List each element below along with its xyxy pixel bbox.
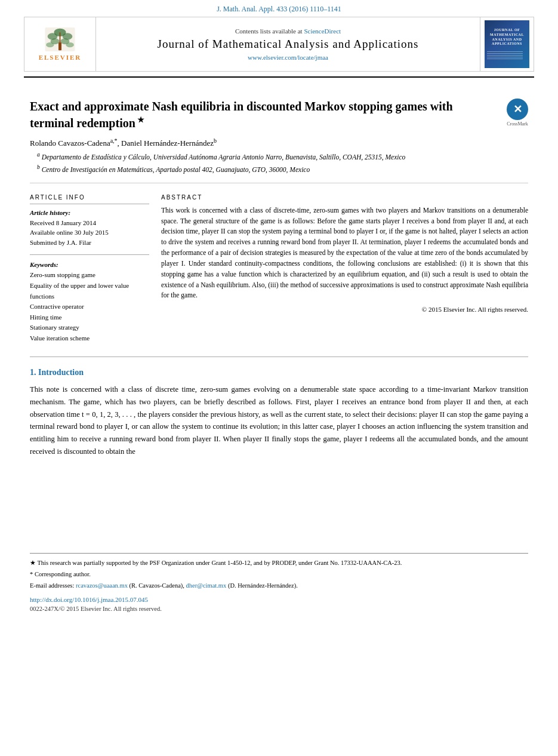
sciencedirect-link[interactable]: ScienceDirect: [304, 27, 341, 35]
email2-link[interactable]: dher@cimat.mx: [186, 582, 227, 589]
svg-rect-8: [58, 42, 61, 50]
keyword-5: Stationary strategy: [30, 322, 149, 333]
keywords-title: Keywords:: [30, 261, 149, 268]
article-title: Exact and approximate Nash equilibria in…: [30, 99, 507, 131]
doi-link[interactable]: http://dx.doi.org/10.1016/j.jmaa.2015.07…: [30, 596, 148, 603]
footnote-area: ★ This research was partially supported …: [30, 553, 528, 612]
two-col-layout: ARTICLE INFO Article history: Received 8…: [30, 194, 528, 344]
doi-line: http://dx.doi.org/10.1016/j.jmaa.2015.07…: [30, 595, 528, 604]
article-body: Exact and approximate Nash equilibria in…: [0, 78, 558, 612]
history-title: Article history:: [30, 209, 149, 216]
footnote-star: ★ This research was partially supported …: [30, 558, 528, 568]
journal-cover-lines: [487, 50, 527, 60]
title-star: ★: [135, 115, 144, 124]
article-info-title: ARTICLE INFO: [30, 194, 149, 201]
header-right: JOURNAL OFMATHEMATICALANALYSIS ANDAPPLIC…: [480, 17, 534, 71]
article-info-col: ARTICLE INFO Article history: Received 8…: [30, 194, 149, 344]
keyword-3: Contractive operator: [30, 302, 149, 312]
author2-sup: b: [214, 137, 217, 144]
authors-line: Rolando Cavazos-Cadenaa,*, Daniel Hernán…: [30, 137, 528, 148]
affiliation-a: a Departamento de Estadística y Cálculo,…: [30, 150, 528, 162]
journal-ref-bar: J. Math. Anal. Appl. 433 (2016) 1110–114…: [0, 0, 558, 17]
crossmark-icon[interactable]: ✕ CrossMark: [507, 99, 528, 127]
available-date: Available online 30 July 2015: [30, 228, 149, 238]
journal-cover: JOURNAL OFMATHEMATICALANALYSIS ANDAPPLIC…: [485, 20, 529, 68]
section1-text: This note is concerned with a class of d…: [30, 383, 528, 457]
abstract-text: This work is concerned with a class of d…: [161, 205, 528, 301]
keyword-1: Zero-sum stopping game: [30, 270, 149, 281]
header-left: ELSEVIER: [24, 17, 96, 71]
crossmark-label: CrossMark: [507, 121, 528, 127]
submitted-by: Submitted by J.A. Filar: [30, 238, 149, 248]
affiliation-b: b Centro de Investigación en Matemáticas…: [30, 163, 528, 174]
author2-name: Daniel Hernández-Hernández: [121, 139, 214, 147]
page: J. Math. Anal. Appl. 433 (2016) 1110–114…: [0, 0, 558, 756]
svg-point-7: [66, 42, 73, 47]
journal-ref-text: J. Math. Anal. Appl. 433 (2016) 1110–114…: [217, 5, 341, 13]
section-divider-1: [30, 183, 528, 183]
elsevier-logo: ELSEVIER: [39, 27, 82, 61]
svg-point-6: [46, 42, 54, 47]
article-info-divider: [30, 204, 149, 204]
intro-divider: [30, 357, 528, 357]
footnote-emails: E-mail addresses: rcavazos@uaaan.mx (R. …: [30, 581, 528, 591]
journal-url[interactable]: www.elsevier.com/locate/jmaa: [248, 54, 328, 61]
section1-heading: 1. Introduction: [30, 368, 528, 377]
author1-name: Rolando Cavazos-Cadena: [30, 139, 110, 147]
footnote-corresponding: * Corresponding author.: [30, 570, 528, 579]
keywords-divider: [30, 254, 149, 255]
contents-line: Contents lists available at ScienceDirec…: [235, 27, 341, 35]
elsevier-text: ELSEVIER: [39, 54, 82, 61]
abstract-col: ABSTRACT This work is concerned with a c…: [161, 194, 528, 344]
abstract-title: ABSTRACT: [161, 194, 528, 201]
author1-sup: a,*: [110, 137, 118, 144]
header-center: Contents lists available at ScienceDirec…: [96, 17, 480, 71]
journal-name: Journal of Mathematical Analysis and App…: [158, 38, 419, 51]
title-section: Exact and approximate Nash equilibria in…: [30, 87, 528, 137]
crossmark-circle: ✕: [507, 99, 528, 120]
received-date: Received 8 January 2014: [30, 218, 149, 228]
journal-cover-title: JOURNAL OFMATHEMATICALANALYSIS ANDAPPLIC…: [490, 28, 524, 47]
elsevier-tree-icon: [44, 27, 76, 51]
keyword-2: Equality of the upper and lower value fu…: [30, 281, 149, 302]
keyword-4: Hitting time: [30, 312, 149, 323]
keyword-6: Value iteration scheme: [30, 333, 149, 344]
header-box: ELSEVIER Contents lists available at Sci…: [24, 17, 534, 72]
copyright-line: © 2015 Elsevier Inc. All rights reserved…: [161, 306, 528, 313]
email1-link[interactable]: rcavazos@uaaan.mx: [76, 582, 128, 589]
issn-line: 0022-247X/© 2015 Elsevier Inc. All right…: [30, 606, 528, 612]
